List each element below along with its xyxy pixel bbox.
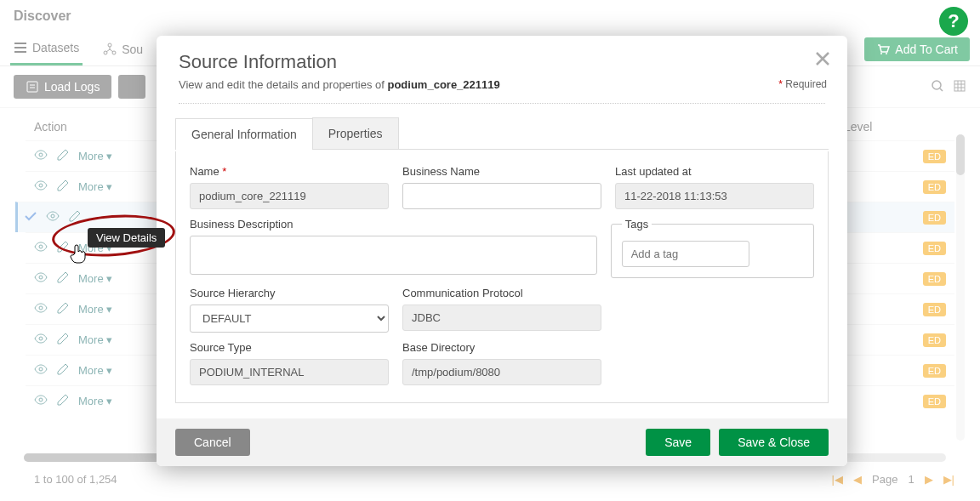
pencil-icon[interactable]	[56, 362, 70, 379]
source-hierarchy-select[interactable]: DEFAULT	[190, 305, 389, 333]
secondary-button[interactable]	[118, 75, 145, 99]
more-dropdown[interactable]: More ▾	[78, 272, 112, 285]
level-badge: ED	[923, 364, 946, 378]
modal-subtitle: View and edit the details and properties…	[179, 78, 825, 91]
pager-first-icon[interactable]: |◀	[832, 473, 843, 486]
eye-icon[interactable]	[34, 301, 48, 317]
pager-page-label: Page	[872, 473, 897, 486]
svg-rect-7	[954, 81, 965, 91]
pencil-icon[interactable]	[56, 148, 70, 164]
more-dropdown[interactable]: More ▾	[78, 150, 112, 162]
svg-point-12	[39, 276, 43, 279]
eye-icon[interactable]	[34, 179, 48, 195]
search-icon[interactable]	[931, 79, 944, 95]
hamburger-icon	[14, 41, 27, 54]
eye-icon[interactable]	[34, 393, 48, 409]
level-badge: ED	[923, 211, 946, 225]
tab-sources[interactable]: Sou	[100, 34, 146, 65]
save-close-button[interactable]: Save & Close	[719, 429, 829, 456]
svg-point-11	[39, 245, 43, 248]
svg-rect-5	[27, 82, 37, 92]
eye-icon[interactable]	[34, 148, 48, 164]
business-name-field[interactable]	[402, 183, 601, 209]
more-dropdown[interactable]: More ▾	[78, 303, 112, 316]
pagination-info: 1 to 100 of 1,254	[34, 473, 117, 486]
eye-icon[interactable]	[34, 270, 48, 287]
caret-down-icon: ▾	[106, 333, 112, 346]
column-action: Action	[34, 120, 162, 134]
svg-point-8	[39, 153, 43, 157]
label-last-updated: Last updated at	[615, 165, 814, 178]
tab-properties[interactable]: Properties	[312, 117, 399, 149]
cursor-hand-icon	[69, 243, 88, 268]
svg-point-16	[39, 398, 43, 401]
tab-datasets[interactable]: Datasets	[10, 32, 83, 65]
help-button[interactable]: ?	[939, 7, 968, 36]
pencil-icon[interactable]	[56, 179, 70, 195]
caret-down-icon: ▾	[106, 272, 112, 285]
business-desc-field[interactable]	[190, 236, 597, 275]
required-note: * Required	[778, 78, 827, 90]
pencil-icon[interactable]	[56, 332, 70, 348]
label-comm-protocol: Communication Protocol	[402, 287, 601, 299]
add-to-cart-label: Add To Cart	[895, 43, 958, 56]
svg-point-6	[932, 81, 941, 89]
cart-icon	[876, 43, 890, 56]
label-source-type: Source Type	[190, 341, 389, 354]
cancel-button[interactable]: Cancel	[175, 429, 250, 456]
eye-icon[interactable]	[46, 209, 60, 225]
last-updated-field	[615, 183, 814, 209]
svg-point-15	[39, 367, 43, 371]
vertical-scrollbar[interactable]	[956, 134, 965, 441]
more-dropdown[interactable]: More ▾	[78, 395, 112, 407]
svg-point-4	[886, 53, 887, 54]
add-tag-input[interactable]	[622, 241, 749, 267]
tab-general-info[interactable]: General Information	[175, 118, 313, 150]
check-icon	[24, 209, 37, 225]
comm-protocol-field	[402, 305, 601, 331]
eye-icon[interactable]	[34, 240, 48, 256]
level-badge: ED	[923, 272, 946, 286]
log-icon	[26, 80, 39, 94]
load-logs-label: Load Logs	[44, 80, 100, 94]
close-icon[interactable]	[813, 49, 832, 71]
load-logs-button[interactable]: Load Logs	[14, 75, 111, 99]
caret-down-icon: ▾	[106, 395, 112, 407]
pager-next-icon[interactable]: ▶	[925, 473, 933, 486]
pencil-icon[interactable]	[56, 270, 70, 287]
label-source-hierarchy: Source Hierarchy	[190, 287, 389, 299]
svg-point-10	[51, 214, 54, 218]
caret-down-icon: ▾	[106, 180, 112, 193]
grid-settings-icon[interactable]	[953, 79, 966, 95]
source-info-modal: Source Information View and edit the det…	[157, 36, 847, 466]
tree-icon	[103, 43, 117, 56]
level-badge: ED	[923, 242, 946, 255]
pager-prev-icon[interactable]: ◀	[853, 473, 862, 486]
add-to-cart-button[interactable]: Add To Cart	[864, 37, 970, 61]
level-badge: ED	[923, 180, 946, 194]
eye-icon[interactable]	[34, 332, 48, 348]
label-base-dir: Base Directory	[402, 341, 601, 354]
tab-datasets-label: Datasets	[32, 41, 79, 54]
pencil-icon[interactable]	[56, 301, 70, 317]
eye-icon[interactable]	[34, 362, 48, 379]
more-dropdown[interactable]: More ▾	[78, 333, 112, 346]
more-dropdown[interactable]: More ▾	[78, 364, 112, 377]
pager-page-num: 1	[908, 473, 914, 486]
level-badge: ED	[923, 150, 946, 163]
base-dir-field	[402, 359, 601, 385]
save-button[interactable]: Save	[646, 429, 710, 456]
svg-point-0	[108, 43, 111, 47]
source-type-field	[190, 359, 389, 385]
svg-point-14	[39, 337, 43, 340]
pencil-icon[interactable]	[56, 393, 70, 409]
more-dropdown[interactable]: More ▾	[78, 180, 112, 193]
page-title: Discover	[14, 9, 71, 24]
level-badge: ED	[923, 333, 946, 347]
label-tags: Tags	[622, 218, 652, 231]
label-business-desc: Business Description	[190, 218, 597, 231]
name-field[interactable]	[190, 183, 389, 209]
tags-fieldset: Tags	[611, 218, 814, 278]
level-badge: ED	[923, 395, 946, 408]
pager-last-icon[interactable]: ▶|	[943, 473, 954, 486]
